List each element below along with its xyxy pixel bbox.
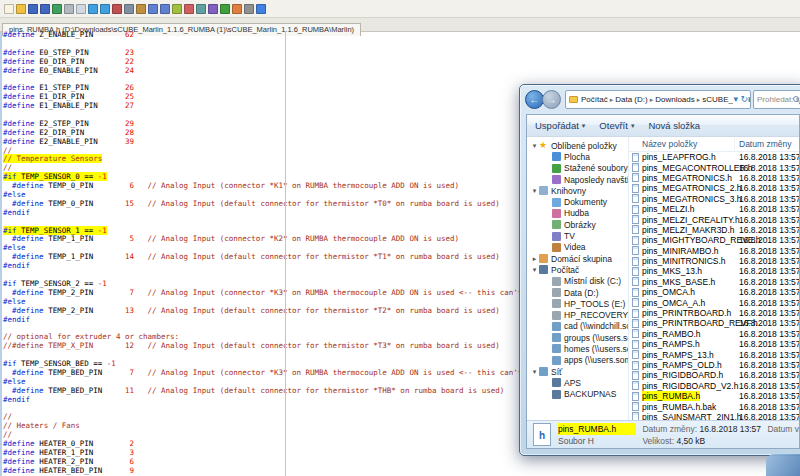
sidebar-item[interactable]: Místní disk (C:)	[527, 276, 628, 287]
file-row[interactable]: pins_RUMBA.h16.8.2018 13:57	[629, 391, 799, 401]
forward-button[interactable]: →	[542, 90, 561, 109]
sidebar-item[interactable]: Plocha	[527, 151, 628, 162]
run-icon[interactable]	[220, 4, 230, 14]
expander-icon[interactable]: ▸	[530, 255, 539, 263]
sidebar-item[interactable]: ▾Knihovny	[527, 185, 628, 196]
expander-icon[interactable]: ▾	[530, 266, 539, 274]
sidebar-item[interactable]: APS	[527, 377, 628, 388]
file-modified: 16.8.2018 13:57	[739, 256, 799, 266]
settings-icon[interactable]	[244, 4, 254, 14]
file-row[interactable]: pins_MKS_13.h16.8.2018 13:57	[629, 266, 799, 276]
expander-icon[interactable]: ▾	[530, 142, 539, 150]
file-row[interactable]: pins_LEAPFROG.h16.8.2018 13:57	[629, 152, 799, 162]
file-row[interactable]: pins_MIGHTYBOARD_REVE.h16.8.2018 13:57	[629, 235, 799, 245]
file-row[interactable]: pins_MKS_BASE.h16.8.2018 13:57	[629, 277, 799, 287]
file-row[interactable]: pins_RAMPS_OLD.h16.8.2018 13:57	[629, 360, 799, 370]
file-row[interactable]: pins_RAMPS_13.h16.8.2018 13:57	[629, 349, 799, 359]
breadcrumb-segment[interactable]: Downloads	[655, 95, 695, 104]
address-bar[interactable]: Počítač▸Data (D:)▸Downloads▸sCUBE_Marlin…	[565, 90, 751, 109]
sidebar-item[interactable]: Naposledy navštívené	[527, 174, 628, 185]
breadcrumb-segment[interactable]: Data (D:)	[615, 95, 647, 104]
sidebar-item[interactable]: Obrázky	[527, 219, 628, 230]
sidebar-item[interactable]: homes (\\users.soma.cz)	[527, 343, 628, 354]
sidebar-item[interactable]: Videa	[527, 242, 628, 253]
breadcrumb-separator-icon: ▸	[610, 96, 614, 104]
file-row[interactable]: pins_MEGATRONICS_2.h16.8.2018 13:57	[629, 183, 799, 193]
undo-icon[interactable]	[88, 4, 98, 14]
column-header-name[interactable]: Název položky	[642, 139, 697, 149]
open-folder-icon[interactable]	[16, 4, 26, 14]
preview-icon[interactable]	[76, 4, 86, 14]
goto-line-icon[interactable]	[172, 4, 182, 14]
organize-button[interactable]: Uspořádat ▾	[535, 120, 585, 131]
expander-icon[interactable]: ▾	[530, 368, 539, 376]
file-row[interactable]: pins_MEGATRONICS_3.h16.8.2018 13:57	[629, 194, 799, 204]
sidebar-item[interactable]: Stažené soubory	[527, 163, 628, 174]
reload-icon[interactable]	[52, 4, 62, 14]
help-icon[interactable]	[256, 4, 266, 14]
redo-icon[interactable]	[100, 4, 110, 14]
new-file-icon[interactable]	[4, 4, 14, 14]
h-file-icon	[632, 371, 639, 380]
paste-icon[interactable]	[136, 4, 146, 14]
bookmark-icon[interactable]	[184, 4, 194, 14]
file-row[interactable]: pins_SAINSMART_2IN1.h16.8.2018 13:57	[629, 412, 799, 420]
sidebar-item[interactable]: BACKUPNAS	[527, 389, 628, 400]
breadcrumb-segment[interactable]: Počítač	[581, 95, 608, 104]
file-modified: 16.8.2018 13:57	[739, 277, 799, 287]
sidebar-item[interactable]: cad (\\windchill.soma.cz)	[527, 321, 628, 332]
file-row[interactable]: pins_MEGACONTROLLER.h16.8.2018 13:57	[629, 162, 799, 172]
file-modified: 16.8.2018 13:57	[739, 308, 799, 318]
file-row[interactable]: pins_PRINTRBOARD_REVF.h16.8.2018 13:57	[629, 318, 799, 328]
file-row[interactable]: pins_RIGIDBOARD.h16.8.2018 13:57	[629, 370, 799, 380]
find-icon[interactable]	[148, 4, 158, 14]
file-row[interactable]: pins_MEGATRONICS.h16.8.2018 13:57	[629, 173, 799, 183]
sidebar-item[interactable]: groups (\\users.soma.cz)	[527, 332, 628, 343]
save-icon[interactable]	[28, 4, 38, 14]
compile-icon[interactable]	[208, 4, 218, 14]
sidebar-item[interactable]: ▾Síť	[527, 366, 628, 377]
file-modified: 16.8.2018 13:57	[739, 391, 799, 401]
file-row[interactable]: pins_MELZI_CREALITY.h16.8.2018 13:57	[629, 214, 799, 224]
file-row[interactable]: pins_MINITRONICS.h16.8.2018 13:57	[629, 256, 799, 266]
file-row[interactable]: pins_OMCA_A.h16.8.2018 13:57	[629, 297, 799, 307]
save-all-icon[interactable]	[40, 4, 50, 14]
sidebar-item[interactable]: ▸Domácí skupina	[527, 253, 628, 264]
sidebar-item[interactable]: ▾Počítač	[527, 264, 628, 275]
replace-icon[interactable]	[160, 4, 170, 14]
new-folder-button[interactable]: Nová složka	[648, 120, 700, 131]
file-row[interactable]: pins_RAMBO.h16.8.2018 13:57	[629, 329, 799, 339]
file-row[interactable]: pins_MINIRAMBO.h16.8.2018 13:57	[629, 246, 799, 256]
search-input[interactable]: Prohledat: sCUBE_M	[753, 90, 800, 109]
file-row[interactable]: pins_RUMBA.h.bak16.8.2018 13:57	[629, 401, 799, 411]
sidebar-item[interactable]: TV	[527, 230, 628, 241]
sidebar-item-label: Videa	[564, 242, 586, 252]
file-row[interactable]: pins_RIGIDBOARD_V2.h16.8.2018 13:57	[629, 381, 799, 391]
sidebar-item[interactable]: apps (\\users.soma.cz)	[527, 355, 628, 366]
column-header-modified[interactable]: Datum změny	[739, 139, 791, 149]
file-row[interactable]: pins_MELZI.h16.8.2018 13:57	[629, 204, 799, 214]
file-name: pins_MEGATRONICS_2.h	[642, 183, 742, 193]
address-dropdown-icon[interactable]: ▾	[733, 94, 738, 104]
sidebar-item[interactable]: ▾★Oblíbené položky	[527, 140, 628, 151]
expander-icon[interactable]: ▾	[530, 187, 539, 195]
print-icon[interactable]	[64, 4, 74, 14]
sidebar-item[interactable]: HP_RECOVERY (G:)	[527, 309, 628, 320]
open-button[interactable]: Otevřít ▾	[599, 120, 634, 131]
file-row[interactable]: pins_MELZI_MAKR3D.h16.8.2018 13:57	[629, 225, 799, 235]
color-picker-icon[interactable]	[232, 4, 242, 14]
sidebar-item[interactable]: HP_TOOLS (E:)	[527, 298, 628, 309]
refresh-icon[interactable]: ↻	[740, 94, 748, 104]
sidebar-item[interactable]: Dokumenty	[527, 196, 628, 207]
code-explorer-icon[interactable]	[196, 4, 206, 14]
cut-icon[interactable]	[112, 4, 122, 14]
file-row[interactable]: pins_RAMPS.h16.8.2018 13:57	[629, 339, 799, 349]
file-row[interactable]: pins_OMCA.h16.8.2018 13:57	[629, 287, 799, 297]
sidebar-item[interactable]: Data (D:)	[527, 287, 628, 298]
column-divider[interactable]	[734, 138, 735, 150]
copy-icon[interactable]	[124, 4, 134, 14]
file-name: pins_RAMPS_13.h	[642, 350, 714, 360]
file-row[interactable]: pins_PRINTRBOARD.h16.8.2018 13:57	[629, 308, 799, 318]
sidebar-item[interactable]: Hudba	[527, 208, 628, 219]
sidebar-item-label: Dokumenty	[564, 197, 607, 207]
